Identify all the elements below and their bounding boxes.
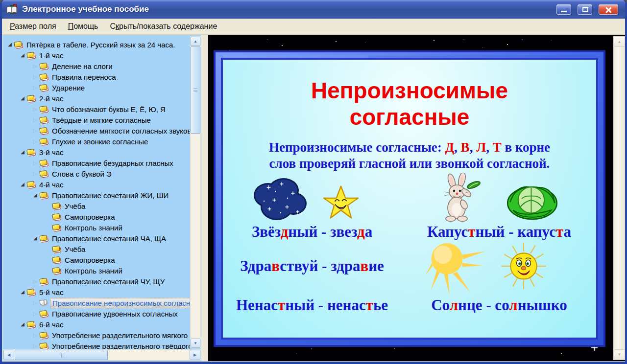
tree-collapsed-toggle-icon[interactable]: ▷ [31,300,40,306]
scroll-down-icon[interactable]: ▼ [614,349,625,360]
tree-collapsed-toggle-icon[interactable]: ▷ [31,279,40,284]
close-button[interactable] [599,4,618,15]
tree-collapsed-toggle-icon[interactable]: ▷ [31,311,40,317]
tree-item[interactable]: ◢5-й час [2,287,190,297]
tree-item[interactable]: ▷Правописание удвоенных согласных [2,308,190,319]
text-segment: ный - капус [476,223,556,240]
open-book-icon [39,299,47,306]
tree-item[interactable]: ◢Правописание сочетаний ЧА, ЩА [2,233,190,244]
menu-item-help[interactable]: Помощь [63,20,103,33]
tree-item[interactable]: Контроль знаний [2,222,190,233]
tree-expanded-toggle-icon[interactable]: ◢ [31,193,40,198]
text-segment: в корне [502,140,550,155]
slide-frame: Непроизносимые согласные Непроизносимые … [214,50,605,347]
tree-item-label: 3-й час [38,148,65,157]
tree-expanded-toggle-icon[interactable]: ◢ [18,290,27,295]
contents-tree-panel: ◢Пятёрка в табеле. Русский язык за 24 ча… [2,35,201,361]
tree-item[interactable]: ▷Ударение [2,82,190,93]
tree-item[interactable]: ▷Употребление разделительного мягкого зн… [2,330,190,341]
menu-item-toggle-contents[interactable]: Скрыть/показать содержание [105,20,222,33]
minimize-icon [561,11,567,12]
tree-collapsed-toggle-icon[interactable]: ▷ [31,171,40,177]
tree-item[interactable]: ▷Обозначение мягкости согласных звуков [2,125,190,136]
tree-item[interactable]: Самопроверка [2,211,190,222]
scroll-up-icon[interactable]: ▲ [191,37,200,46]
tree-collapsed-toggle-icon[interactable]: ▷ [31,139,40,144]
tree-item[interactable]: ◢1-й час [2,50,190,61]
book-icon [39,170,47,177]
title-bar[interactable]: Электронное учебное пособие [0,0,627,19]
tree-collapsed-toggle-icon[interactable]: ▷ [31,333,40,338]
tree-item-label: Учёба [63,245,87,254]
text-segment: т [366,296,373,314]
tree-item[interactable]: Учёба [2,201,190,211]
book-icon [39,192,47,198]
maximize-button[interactable] [578,4,592,15]
tree-item[interactable]: ▷Твёрдые и мягкие согласные [2,114,190,125]
scroll-up-icon[interactable]: ▲ [614,37,625,47]
tree-expanded-toggle-icon[interactable]: ◢ [18,53,27,58]
minimize-button[interactable] [556,4,571,15]
content-vertical-scrollbar[interactable]: ▲ ▼ [613,36,626,360]
tree-item-label: Деление на слоги [50,62,114,71]
scroll-right-icon[interactable]: ▶ [190,350,200,360]
tree-item[interactable]: ◢Правописание сочетаний ЖИ, ШИ [2,190,190,201]
tree-horizontal-scrollbar[interactable]: ◀ ▶ [3,349,201,361]
tree-item-label: 5-й час [38,288,65,297]
tree-collapsed-toggle-icon[interactable]: ▷ [31,107,40,112]
tree-item-label: Самопроверка [63,212,117,222]
tree-item[interactable]: ◢6-й час [2,319,190,330]
tree-expanded-toggle-icon[interactable]: ◢ [31,236,40,241]
book-icon [39,106,47,112]
tree-expanded-toggle-icon[interactable]: ◢ [18,150,27,155]
text-segment: нышко [518,296,567,314]
books-app-icon [6,3,19,15]
tree-collapsed-toggle-icon[interactable]: ▷ [31,343,40,349]
rabbit-image [437,173,482,222]
tree-collapsed-toggle-icon[interactable]: ▷ [31,160,40,166]
horizontal-scroll-thumb[interactable] [15,350,108,360]
tree-item[interactable]: Контроль знаний [2,265,190,276]
tree-expanded-toggle-icon[interactable]: ◢ [18,322,27,327]
tree-item[interactable]: ▷Правила переноса [2,71,190,82]
tree-item[interactable]: ▷Употребление разделительного твёрдого з… [2,341,190,349]
book-icon [52,203,60,209]
tree-item-label: Правописание сочетаний ЖИ, ШИ [50,191,170,200]
tree-item[interactable]: ▷Глухие и звонкие согласные [2,136,190,147]
window-title: Электронное учебное пособие [22,4,556,14]
tree-expanded-toggle-icon[interactable]: ◢ [5,42,14,47]
tree-item[interactable]: ◢Пятёрка в табеле. Русский язык за 24 ча… [2,39,190,50]
tree-collapsed-toggle-icon[interactable]: ▷ [31,85,40,91]
tree-collapsed-toggle-icon[interactable]: ▷ [31,64,40,69]
tree-collapsed-toggle-icon[interactable]: ▷ [31,117,40,123]
tree-item[interactable]: ◢2-й час [2,93,190,104]
tree-expanded-toggle-icon[interactable]: ◢ [18,182,27,187]
tree-item[interactable]: ◢3-й час [2,147,190,158]
tree-item-label: Употребление разделительного мягкого зна… [50,331,190,340]
vertical-scroll-thumb[interactable] [191,46,200,134]
tree-item[interactable]: Самопроверка [2,254,190,265]
tree-item-label: 1-й час [38,51,65,60]
tree-item-label: Правила переноса [50,72,118,82]
book-icon [26,181,34,187]
tree-item[interactable]: ▷Слова с буквой Э [2,168,190,179]
tree-collapsed-toggle-icon[interactable]: ▷ [31,74,40,80]
tree-expanded-toggle-icon[interactable]: ◢ [18,96,27,101]
tree-collapsed-toggle-icon[interactable]: ▷ [31,128,40,134]
tree-item[interactable]: Учёба [2,244,190,254]
book-icon [39,138,47,144]
text-segment: в [360,257,368,274]
menu-bar: Размер поля Помощь Скрыть/показать содер… [2,19,625,35]
tree-item[interactable]: ▷Деление на слоги [2,61,190,71]
tree-item[interactable]: ◢4-й час [2,179,190,190]
menu-item-field-size[interactable]: Размер поля [5,20,61,33]
tree-item[interactable]: ▷Правописание сочетаний ЧУ, ЩУ [2,276,190,287]
tree-vertical-scrollbar[interactable]: ▲ ▼ [190,36,201,348]
tree-item[interactable]: ▷Правописание безударных гласных [2,158,190,168]
text-segment: Звёз [252,223,281,240]
tree-item[interactable]: ▷Что обозначают буквы Е, Ё, Ю, Я [2,104,190,114]
scroll-down-icon[interactable]: ▼ [191,339,200,348]
book-icon [39,116,47,123]
scroll-left-icon[interactable]: ◀ [3,350,14,360]
tree-item-selected[interactable]: ▷Правописание непроизносимых согласных [2,297,190,308]
